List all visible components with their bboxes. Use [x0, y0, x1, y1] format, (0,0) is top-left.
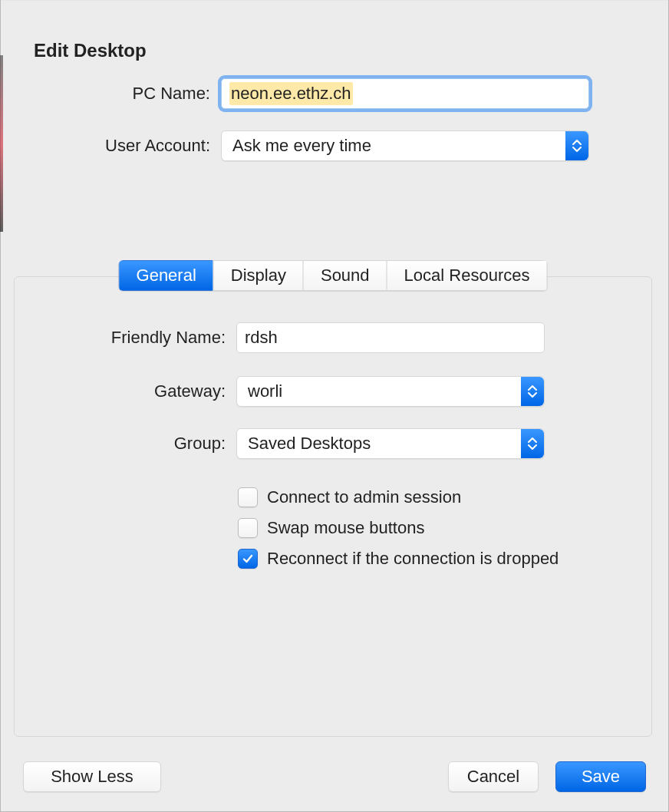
- save-button[interactable]: Save: [555, 761, 646, 792]
- chevron-up-down-icon: [521, 429, 544, 458]
- group-popup[interactable]: Saved Desktops: [236, 428, 545, 459]
- pc-name-field[interactable]: neon.ee.ethz.ch: [221, 78, 589, 109]
- pc-name-label: PC Name:: [0, 84, 221, 104]
- checkbox-admin-session-label: Connect to admin session: [267, 487, 461, 507]
- tab-local-resources[interactable]: Local Resources: [387, 260, 548, 291]
- settings-tabs: General Display Sound Local Resources: [119, 260, 548, 291]
- row-swap-mouse: Swap mouse buttons: [238, 518, 424, 538]
- user-account-value: Ask me every time: [232, 136, 371, 156]
- dialog-title: Edit Desktop: [34, 40, 147, 61]
- gateway-value: worli: [248, 381, 282, 401]
- dialog-footer: Show Less Cancel Save: [0, 761, 669, 792]
- row-gateway: Gateway: worli: [0, 376, 669, 407]
- tab-display[interactable]: Display: [213, 260, 303, 291]
- user-account-label: User Account:: [0, 136, 221, 156]
- group-label: Group:: [0, 434, 236, 454]
- checkbox-swap-mouse[interactable]: [238, 518, 258, 538]
- tab-general[interactable]: General: [119, 260, 213, 291]
- chevron-up-down-icon: [565, 131, 588, 160]
- show-less-button[interactable]: Show Less: [23, 761, 161, 792]
- checkbox-admin-session[interactable]: [238, 487, 258, 507]
- row-pc-name: PC Name: neon.ee.ethz.ch: [0, 78, 669, 109]
- gateway-label: Gateway:: [0, 381, 236, 401]
- checkbox-reconnect[interactable]: [238, 549, 258, 569]
- group-value: Saved Desktops: [248, 434, 371, 454]
- row-group: Group: Saved Desktops: [0, 428, 669, 459]
- row-user-account: User Account: Ask me every time: [0, 130, 669, 161]
- checkbox-swap-mouse-label: Swap mouse buttons: [267, 518, 424, 538]
- tab-sound[interactable]: Sound: [303, 260, 387, 291]
- row-friendly-name: Friendly Name: rdsh: [0, 322, 669, 353]
- friendly-name-label: Friendly Name:: [0, 328, 236, 348]
- gateway-popup[interactable]: worli: [236, 376, 545, 407]
- user-account-popup[interactable]: Ask me every time: [221, 130, 589, 161]
- friendly-name-value: rdsh: [245, 328, 278, 348]
- cancel-button[interactable]: Cancel: [448, 761, 539, 792]
- friendly-name-field[interactable]: rdsh: [236, 322, 545, 353]
- row-reconnect: Reconnect if the connection is dropped: [238, 549, 559, 569]
- checkbox-reconnect-label: Reconnect if the connection is dropped: [267, 549, 559, 569]
- row-admin-session: Connect to admin session: [238, 487, 461, 507]
- pc-name-value: neon.ee.ethz.ch: [229, 82, 353, 105]
- chevron-up-down-icon: [521, 377, 544, 406]
